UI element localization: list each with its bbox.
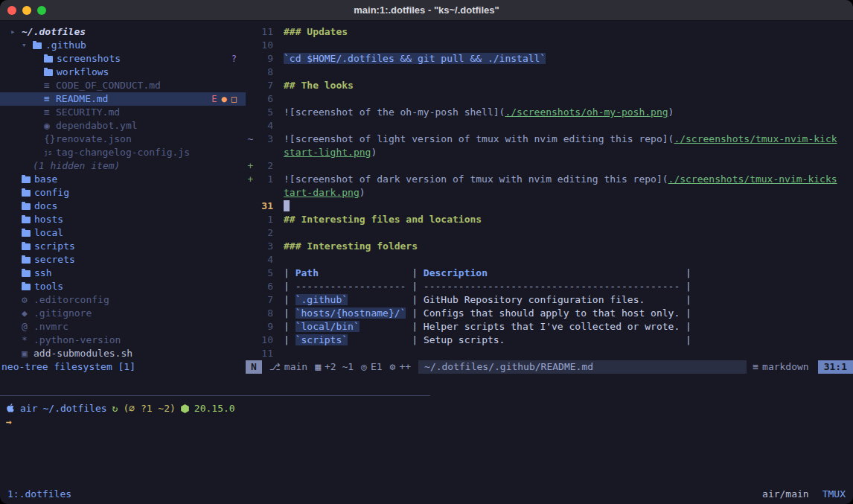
sign-column [246,119,255,133]
buffer-line[interactable]: 2 [246,226,853,240]
tree-item[interactable]: docs [0,200,246,213]
buffer-line[interactable]: 3### Interesting folders [246,240,853,253]
text-segment: Setup scripts. [424,334,505,345]
buffer-line[interactable]: 11### Updates [246,25,853,39]
tree-item[interactable]: ≡CODE_OF_CONDUCT.md [0,79,246,92]
buffer-line[interactable]: 11 [246,347,853,360]
buffer-line[interactable]: 10 [246,39,853,52]
buffer-line[interactable]: 8| `hosts/{hostname}/` | Configs that sh… [246,307,853,320]
line-number [255,186,273,200]
tree-item[interactable]: ▾.github [0,39,246,52]
text-segment: start-light.png [284,147,371,158]
git-sign: ~ [246,133,255,146]
git-branch: ⎇main [269,360,307,374]
close-button[interactable] [7,6,16,15]
buffer: 11### Updates 10 9`cd $HOME/.dotfiles &&… [246,25,853,360]
tree-item[interactable]: ▸~/.dotfiles [0,25,246,39]
buffer-line[interactable]: 8 [246,66,853,79]
tmux-badge: TMUX [822,488,846,501]
tree-item[interactable]: ▣add-submodules.sh [0,347,246,360]
buffer-line[interactable]: start-light.png) [246,146,853,159]
tree-item[interactable]: jstag-changelog-config.js [0,146,246,159]
text-segment: | [680,267,691,278]
line-number: 10 [255,39,273,52]
line-number: 5 [255,267,273,280]
line-number: 8 [255,307,273,320]
tree-item[interactable]: workflows [0,66,246,79]
editorconfig-icon: ⚙ [22,293,33,307]
line-text: | Path | Description | [273,267,691,280]
buffer-line[interactable]: 5![screenshot of the oh-my-posh shell](.… [246,106,853,119]
buffer-line[interactable]: 6 [246,92,853,106]
text-segment: ./screenshots/oh-my-posh.png [505,106,668,118]
buffer-line[interactable]: 4 [246,253,853,267]
line-number: 4 [255,119,273,133]
text-segment: ------------------- [295,281,406,292]
tree-item-label: dependabot.yml [56,119,138,133]
line-number: 6 [255,280,273,293]
tree-item[interactable]: secrets [0,253,246,267]
tree-item[interactable]: ⚙.editorconfig [0,293,246,307]
git-status-badges: ? [231,52,246,66]
tree-item[interactable]: screenshots? [0,52,246,66]
text-segment: | [406,307,423,319]
text-segment: tart-dark.png [284,187,360,198]
buffer-line[interactable]: 10| `scripts` | Setup scripts. | [246,334,853,347]
buffer-line[interactable]: 7## The looks [246,79,853,92]
buffer-line[interactable]: 31 [246,200,853,213]
line-text: ### Updates [273,25,348,39]
buffer-line[interactable]: tart-dark.png) [246,186,853,200]
text-segment: `hosts/{hostname}/` [295,307,406,319]
tree-item[interactable]: local [0,226,246,240]
buffer-line[interactable]: 4 [246,119,853,133]
folder-icon [22,230,31,237]
chevron-right-icon[interactable]: ▸ [10,25,22,39]
tree-item[interactable]: (1 hidden item) [0,159,246,173]
tmux-window-tab[interactable]: 1:.dotfiles [7,488,71,501]
text-segment: | [680,307,691,319]
tree-item[interactable]: ≡SECURITY.md [0,106,246,119]
tree-item[interactable]: {}renovate.json [0,133,246,146]
buffer-line[interactable]: 9| `local/bin` | Helper scripts that I'v… [246,320,853,334]
shell-pane[interactable]: air ~/.dotfiles ↻ (⌀ ?1 ~2) 20.15.0 → [0,387,853,485]
tree-item[interactable]: ◆.gitignore [0,307,246,320]
minimize-button[interactable] [22,6,31,15]
buffer-line[interactable]: 5| Path | Description | [246,267,853,280]
line-number: 11 [255,25,273,39]
tree-item[interactable]: hosts [0,213,246,226]
tree-item[interactable]: config [0,186,246,200]
shell-input-line[interactable]: → [6,415,853,429]
tree-item[interactable]: ≡README.mdE●□ [0,92,246,106]
sign-column [246,240,255,253]
line-number: 1 [255,213,273,226]
buffer-line[interactable]: +1![screenshot of dark version of tmux w… [246,173,853,186]
sign-column [246,226,255,240]
line-text [273,92,284,106]
tree-item[interactable]: tools [0,280,246,293]
sign-column [246,253,255,267]
tree-item[interactable]: scripts [0,240,246,253]
buffer-line[interactable]: 1## Interesting files and locations [246,213,853,226]
buffer-line[interactable]: 6| ------------------- | ---------------… [246,280,853,293]
buffer-line[interactable]: ~3![screenshot of light version of tmux … [246,133,853,146]
line-number: 10 [255,334,273,347]
chevron-down-icon[interactable]: ▾ [22,39,33,52]
line-number: 6 [255,92,273,106]
git-sign: + [246,159,255,173]
tree-item[interactable]: ssh [0,267,246,280]
tree-item[interactable]: *.python-version [0,334,246,347]
git-diff: ▦+2 ~1 [315,360,354,374]
plugin-updates: ⚙++ [390,360,411,374]
buffer-line[interactable]: +2 [246,159,853,173]
zoom-button[interactable] [37,6,46,15]
tree-item[interactable]: ◉dependabot.yml [0,119,246,133]
git-status-badges: E●□ [211,92,246,106]
git-icon: ◆ [22,307,33,320]
folder-icon [22,270,31,277]
buffer-line[interactable]: 9`cd $HOME/.dotfiles && git pull && ./in… [246,52,853,66]
tree-item-label: (1 hidden item) [33,159,120,173]
text-segment: | [680,281,691,292]
buffer-line[interactable]: 7| `.github` | GitHub Repository configu… [246,293,853,307]
tree-item[interactable]: base [0,173,246,186]
tree-item[interactable]: @.nvmrc [0,320,246,334]
